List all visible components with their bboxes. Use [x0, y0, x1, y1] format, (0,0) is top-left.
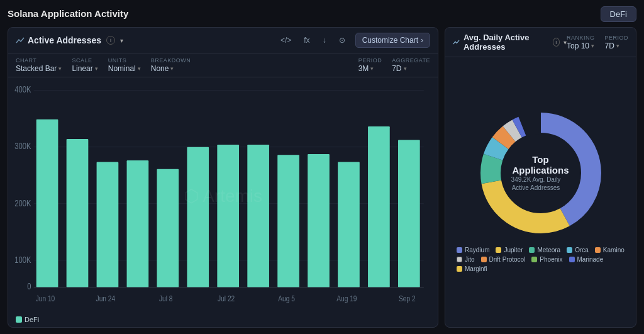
left-panel: Active Addresses i ▾ </> fx ↓ ⊙ Customiz…: [8, 27, 438, 328]
legend-meteora: Meteora: [529, 247, 560, 253]
main-row: Active Addresses i ▾ </> fx ↓ ⊙ Customiz…: [8, 27, 636, 328]
info-icon[interactable]: i: [106, 36, 115, 45]
units-select[interactable]: Nominal ▾: [108, 64, 141, 73]
legend-jito: Jito: [457, 256, 475, 263]
svg-text:Jun 24: Jun 24: [96, 294, 116, 303]
right-period-control: PERIOD 7D ▾: [604, 35, 628, 50]
left-panel-title: Active Addresses: [16, 35, 101, 45]
legend-phoenix: Phoenix: [531, 256, 562, 263]
svg-text:0: 0: [27, 282, 31, 291]
legend-jupiter: Jupiter: [496, 247, 523, 253]
donut-legend: Raydium Jupiter Meteora Orca: [450, 244, 631, 277]
breakdown-chevron-icon: ▾: [170, 65, 174, 72]
units-chevron-icon: ▾: [138, 65, 141, 72]
right-chart-area: Top Applications 349.2K Avg. Daily Activ…: [445, 57, 636, 327]
formula-icon-btn[interactable]: fx: [301, 35, 312, 46]
right-title-group: Avg. Daily Active Addresses i ▾: [453, 33, 567, 52]
breakdown-select[interactable]: None ▾: [151, 64, 191, 73]
page-title: Solana Application Activity: [8, 8, 128, 20]
right-panel: Avg. Daily Active Addresses i ▾ RANKING …: [445, 27, 636, 328]
svg-text:Aug 5: Aug 5: [278, 294, 295, 303]
svg-text:200K: 200K: [14, 198, 31, 208]
svg-rect-18: [277, 155, 299, 287]
svg-rect-12: [97, 162, 119, 287]
scale-select[interactable]: Linear ▾: [72, 64, 97, 73]
chart-area: ⬡ Artemis 400K 300K 200K 100K 0: [8, 77, 438, 313]
svg-rect-13: [127, 160, 149, 287]
right-info-icon[interactable]: i: [553, 38, 560, 47]
legend-dot-drift: [481, 257, 487, 262]
donut-svg: [475, 107, 607, 239]
svg-text:Jul 8: Jul 8: [159, 294, 173, 303]
legend-orca: Orca: [567, 247, 589, 253]
svg-text:Jun 10: Jun 10: [36, 294, 55, 303]
left-panel-header-left: Active Addresses i ▾: [16, 35, 123, 45]
chart-line-icon: [16, 36, 25, 45]
chart-select[interactable]: Stacked Bar ▾: [16, 64, 62, 73]
ranking-chevron-icon: ▾: [591, 43, 594, 49]
download-icon-btn[interactable]: ↓: [320, 35, 329, 46]
svg-rect-20: [338, 162, 360, 287]
svg-rect-15: [187, 147, 209, 287]
scale-control: SCALE Linear ▾: [72, 57, 97, 73]
legend-dot-marginfi: [457, 266, 462, 272]
customize-chart-btn[interactable]: Customize Chart ›: [355, 33, 430, 48]
svg-rect-16: [217, 145, 239, 287]
donut-chart: Top Applications 349.2K Avg. Daily Activ…: [475, 107, 607, 239]
chart-chevron-icon: ▾: [58, 65, 62, 72]
controls-row: CHART Stacked Bar ▾ SCALE Linear ▾ UNITS: [8, 53, 438, 77]
chart-control: CHART Stacked Bar ▾: [16, 57, 62, 73]
right-period-chevron-icon: ▾: [616, 43, 619, 49]
customize-chevron-icon: ›: [421, 36, 423, 45]
period-control: PERIOD 3M ▾: [358, 57, 382, 73]
page-wrapper: Solana Application Activity DeFi Active …: [0, 0, 644, 334]
legend-dot-meteora: [529, 247, 535, 253]
right-chart-icon: [453, 38, 460, 47]
units-control: UNITS Nominal ▾: [108, 57, 141, 73]
svg-text:Sep 2: Sep 2: [399, 294, 416, 303]
svg-text:300K: 300K: [14, 142, 31, 151]
legend-raydium: Raydium: [457, 247, 489, 253]
legend-marginfi: Marginfi: [457, 265, 487, 272]
period-aggregate-group: PERIOD 3M ▾ AGGREGATE 7D ▾: [358, 57, 430, 73]
legend-dot-jupiter: [496, 247, 501, 253]
aggregate-select[interactable]: 7D ▾: [392, 64, 430, 73]
period-chevron-icon: ▾: [370, 65, 374, 72]
legend-dot-marinade: [569, 257, 575, 262]
camera-icon-btn[interactable]: ⊙: [336, 35, 348, 46]
left-panel-header: Active Addresses i ▾ </> fx ↓ ⊙ Customiz…: [8, 28, 438, 53]
legend-dot-defi: [16, 316, 22, 323]
code-icon-btn[interactable]: </>: [278, 35, 294, 46]
scale-chevron-icon: ▾: [95, 65, 98, 72]
left-panel-header-right: </> fx ↓ ⊙ Customize Chart ›: [278, 33, 430, 48]
legend-dot-kamino: [595, 247, 601, 253]
legend-kamino: Kamino: [595, 247, 625, 253]
right-period-select[interactable]: 7D ▾: [604, 42, 628, 50]
period-select[interactable]: 3M ▾: [358, 64, 382, 73]
svg-text:Aug 19: Aug 19: [336, 294, 357, 303]
legend-item-defi: DeFi: [16, 316, 39, 323]
title-chevron-icon[interactable]: ▾: [120, 37, 123, 44]
defi-filter-btn[interactable]: DeFi: [601, 6, 636, 22]
legend-dot-phoenix: [531, 257, 537, 262]
right-controls: RANKING Top 10 ▾ PERIOD 7D ▾: [567, 35, 628, 50]
svg-rect-14: [157, 169, 179, 287]
ranking-select[interactable]: Top 10 ▾: [567, 42, 595, 50]
svg-text:Jul 22: Jul 22: [218, 294, 235, 303]
svg-text:100K: 100K: [14, 255, 31, 265]
legend-dot-jito: [457, 257, 462, 262]
breakdown-control: BREAKDOWN None ▾: [151, 57, 191, 73]
svg-point-37: [502, 134, 580, 212]
right-panel-title: Avg. Daily Active Addresses: [464, 33, 549, 52]
bar-chart-svg: 400K 300K 200K 100K 0: [13, 82, 430, 311]
aggregate-control: AGGREGATE 7D ▾: [392, 57, 430, 73]
legend-dot-raydium: [457, 247, 462, 253]
svg-rect-22: [398, 140, 420, 287]
chart-legend: DeFi: [8, 313, 438, 327]
legend-marinade: Marinade: [569, 256, 604, 263]
right-panel-header: Avg. Daily Active Addresses i ▾ RANKING …: [445, 28, 636, 57]
aggregate-chevron-icon: ▾: [404, 65, 407, 72]
svg-rect-11: [67, 139, 89, 287]
svg-rect-17: [247, 145, 269, 287]
svg-rect-21: [368, 126, 390, 287]
